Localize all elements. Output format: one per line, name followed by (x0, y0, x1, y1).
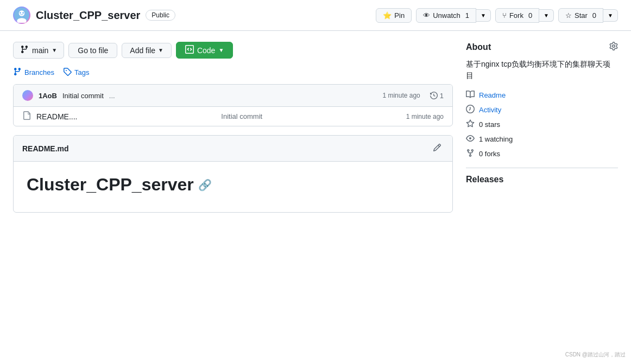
fork-button[interactable]: ⑂ Fork 0 (495, 8, 539, 23)
tags-label: Tags (74, 68, 89, 76)
about-header: About (466, 42, 618, 52)
pin-group: ⭐ Pin (376, 8, 412, 23)
watching-count-text: 1 watching (479, 135, 513, 143)
repo-avatar (13, 7, 30, 24)
unwatch-caret[interactable]: ▼ (476, 9, 491, 22)
pin-icon: ⭐ (383, 11, 392, 20)
branches-label: Branches (24, 68, 54, 76)
readme-heading-text: Cluster_CPP_server (27, 175, 194, 195)
repo-name: Cluster_CPP_server (36, 9, 140, 22)
fork-icon: ⑂ (502, 11, 507, 20)
commit-history-count: 1 (440, 92, 444, 100)
code-chevron: ▼ (218, 47, 224, 53)
about-section: About 基于nginx tcp负载均衡环境下的集群聊天项目 Re (466, 42, 618, 159)
svg-point-1 (19, 10, 25, 16)
star-caret[interactable]: ▼ (603, 9, 618, 22)
pin-label: Pin (394, 11, 405, 20)
releases-title: Releases (466, 175, 503, 184)
go-to-file-label: Go to file (78, 46, 108, 55)
releases-section: Releases (466, 175, 618, 184)
star-group: ☆ Star 0 ▼ (558, 8, 618, 23)
commit-history[interactable]: 1 (430, 92, 444, 100)
readme-link-text: Readme (479, 91, 506, 99)
chevron-down-icon-fork: ▼ (544, 12, 549, 18)
main-content: main ▼ Go to file Add file ▼ Code ▼ (0, 31, 631, 223)
star-count: 0 (592, 11, 596, 20)
code-icon (185, 45, 194, 55)
branch-chevron: ▼ (52, 47, 57, 53)
branches-link[interactable]: Branches (13, 67, 54, 78)
file-commit-message: Initial commit (221, 112, 400, 120)
unwatch-group: 👁 Unwatch 1 ▼ (416, 8, 491, 23)
table-row: README.... Initial commit 1 minute ago (14, 107, 452, 126)
commit-time: 1 minute ago (382, 92, 420, 99)
commit-dots[interactable]: ... (109, 92, 115, 100)
readme-edit-button[interactable] (431, 141, 444, 156)
file-icon (22, 111, 31, 122)
add-file-label: Add file (130, 46, 155, 55)
chevron-down-icon-star: ▼ (608, 12, 613, 18)
fork-group: ⑂ Fork 0 ▼ (495, 8, 554, 23)
tags-link[interactable]: Tags (63, 67, 89, 78)
branch-icon (20, 45, 29, 55)
tags-icon (63, 67, 72, 78)
fork-caret[interactable]: ▼ (539, 9, 554, 22)
readme-body: Cluster_CPP_server 🔗 (14, 162, 452, 212)
star-label: Star (575, 11, 588, 20)
stars-count-text: 0 stars (479, 120, 500, 129)
readme-header: README.md (14, 136, 452, 162)
branch-selector[interactable]: main ▼ (13, 42, 64, 59)
pin-button[interactable]: ⭐ Pin (376, 8, 412, 23)
svg-point-4 (22, 12, 24, 14)
readme-heading: Cluster_CPP_server 🔗 (27, 175, 439, 195)
repo-title: Cluster_CPP_server Public (13, 7, 175, 24)
right-panel: About 基于nginx tcp负载均衡环境下的集群聊天项目 Re (466, 42, 618, 213)
fork-outline-icon (466, 149, 475, 159)
fork-count: 0 (528, 11, 532, 20)
eye-outline-icon (466, 134, 475, 144)
branches-icon (13, 67, 22, 78)
commit-avatar (22, 90, 33, 101)
activity-link[interactable]: Activity (466, 105, 618, 115)
star-icon: ☆ (565, 11, 572, 20)
add-file-chevron: ▼ (158, 47, 163, 53)
star-outline-icon (466, 119, 475, 130)
file-name[interactable]: README.... (36, 112, 216, 121)
about-links: Readme Activity (466, 90, 618, 159)
add-file-button[interactable]: Add file ▼ (122, 43, 172, 58)
file-table: 1AoB Initial commit ... 1 minute ago 1 (13, 84, 453, 126)
readme-title: README.md (22, 144, 69, 153)
eye-icon: 👁 (423, 11, 430, 20)
readme-section: README.md Cluster_CPP_server 🔗 (13, 135, 453, 213)
book-icon (466, 90, 475, 100)
chevron-down-icon: ▼ (481, 12, 486, 18)
branch-tags-row: Branches Tags (13, 67, 453, 78)
activity-icon (466, 105, 475, 115)
commit-message: Initial commit (62, 92, 104, 100)
toolbar: main ▼ Go to file Add file ▼ Code ▼ (13, 42, 453, 59)
top-actions: ⭐ Pin 👁 Unwatch 1 ▼ ⑂ Fork 0 ▼ (376, 8, 618, 23)
visibility-badge: Public (146, 10, 175, 21)
code-label: Code (197, 46, 215, 55)
svg-point-3 (20, 12, 21, 14)
star-button[interactable]: ☆ Star 0 (558, 8, 603, 23)
gear-icon[interactable] (609, 42, 618, 52)
code-button[interactable]: Code ▼ (176, 42, 233, 59)
file-table-header: 1AoB Initial commit ... 1 minute ago 1 (14, 85, 452, 107)
activity-link-text: Activity (479, 106, 501, 114)
file-time: 1 minute ago (406, 113, 444, 120)
go-to-file-button[interactable]: Go to file (68, 43, 117, 58)
unwatch-count: 1 (465, 11, 469, 20)
link-icon: 🔗 (198, 178, 212, 191)
unwatch-button[interactable]: 👁 Unwatch 1 (416, 8, 476, 23)
forks-info: 0 forks (466, 149, 618, 159)
top-bar: Cluster_CPP_server Public ⭐ Pin 👁 Unwatc… (0, 0, 631, 31)
commit-author[interactable]: 1AoB (39, 92, 57, 100)
readme-link[interactable]: Readme (466, 90, 618, 100)
about-description: 基于nginx tcp负载均衡环境下的集群聊天项目 (466, 59, 618, 81)
about-title: About (466, 42, 491, 52)
unwatch-label: Unwatch (433, 11, 460, 20)
left-panel: main ▼ Go to file Add file ▼ Code ▼ (13, 42, 453, 213)
stars-info: 0 stars (466, 119, 618, 130)
watching-info: 1 watching (466, 134, 618, 144)
